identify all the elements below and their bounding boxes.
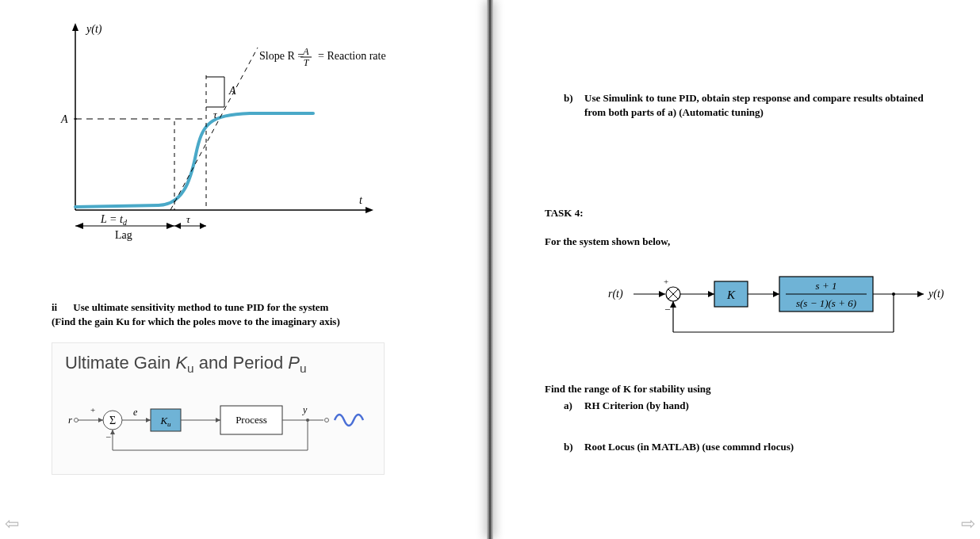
sub-b-label: b) [564, 440, 584, 454]
sub-a-text: RH Criterion (by hand) [584, 399, 940, 413]
method-ii-line1: Use ultimate sensitivity method to tune … [73, 301, 328, 313]
svg-marker-42 [708, 291, 714, 297]
process-box-label: Process [235, 414, 267, 426]
y-axis-label: y(t) [85, 23, 102, 36]
sigma-icon: Σ [109, 415, 116, 426]
svg-marker-21 [98, 418, 103, 422]
right-page: ⇨ b) Use Simulink to tune PID, obtain st… [493, 0, 980, 539]
slope-label-pre: Slope R = [259, 50, 304, 62]
svg-marker-54 [670, 301, 676, 308]
svg-marker-24 [146, 418, 151, 422]
rt-label: r(t) [608, 288, 623, 300]
svg-marker-45 [773, 291, 779, 297]
prev-page-icon[interactable]: ⇦ [5, 514, 19, 534]
ultimate-gain-diagram: r + Σ – e Ku Process [65, 387, 373, 458]
svg-point-35 [306, 419, 309, 422]
svg-point-19 [75, 419, 78, 422]
slope-label-post: = Reaction rate [318, 50, 386, 62]
slope-frac-den: T [304, 57, 310, 68]
ultimate-gain-panel: Ultimate Gain Ku and Period Pu r + Σ – e [52, 342, 385, 475]
svg-marker-2 [72, 23, 78, 31]
tf-num-label: s + 1 [816, 280, 837, 292]
task4-header: TASK 4: [545, 206, 940, 220]
page-spread: ⇦ y(t) t A [0, 0, 980, 539]
find-range-text: Find the range of K for stability using [545, 382, 940, 396]
sub-a-label: a) [564, 399, 584, 413]
system-intro: For the system shown below, [545, 235, 940, 249]
method-ii-text: ii Use ultimate sensitivity method to tu… [52, 300, 447, 328]
svg-marker-49 [917, 291, 924, 297]
svg-marker-15 [167, 223, 174, 229]
slope-frac-num: A [302, 46, 309, 57]
minus-label: – [105, 431, 111, 441]
svg-marker-17 [174, 223, 181, 229]
svg-marker-18 [200, 223, 206, 229]
svg-point-30 [325, 419, 329, 422]
plus-label: + [90, 405, 95, 415]
K-box-label: K [726, 289, 736, 301]
right-page-body: b) Use Simulink to tune PID, obtain step… [545, 20, 940, 453]
page-divider [487, 0, 493, 539]
ultimate-gain-title: Ultimate Gain Ku and Period Pu [65, 353, 371, 376]
svg-marker-34 [110, 430, 115, 434]
svg-line-8 [170, 48, 258, 210]
reaction-curve-path [75, 113, 313, 207]
left-page: ⇦ y(t) t A [0, 0, 487, 539]
lag-caption: Lag [115, 229, 132, 241]
tangent-A-label: A [228, 85, 236, 97]
svg-marker-27 [216, 418, 220, 422]
lag-L-label: L = td [100, 213, 128, 227]
method-ii-line2: (Find the gain Ku for which the poles mo… [52, 315, 340, 327]
x-axis-label: t [359, 194, 363, 206]
minus-label-2: – [664, 303, 671, 314]
tf-den-label: s(s − 1)(s + 6) [796, 297, 856, 309]
method-ii-prefix: ii [52, 300, 71, 315]
reaction-curve-svg: y(t) t A A τ Slo [52, 20, 400, 250]
svg-marker-14 [75, 223, 83, 229]
y-label: y [302, 404, 308, 415]
sub-b-text: Root Locus (in MATLAB) (use commnd rlocu… [584, 440, 940, 454]
task4-block-diagram: r(t) + – K [545, 267, 940, 350]
amplitude-A-label: A [60, 113, 68, 125]
svg-marker-3 [366, 207, 373, 213]
part-b-text: Use Simulink to tune PID, obtain step re… [584, 91, 940, 119]
reaction-curve-figure: y(t) t A A τ Slo [52, 20, 447, 253]
e-label: e [133, 407, 138, 418]
r-label: r [68, 414, 73, 426]
part-b-label: b) [564, 91, 584, 105]
svg-marker-37 [659, 291, 665, 297]
span-tau-label: τ [186, 213, 191, 225]
oscillation-icon [335, 415, 363, 426]
next-page-icon[interactable]: ⇨ [961, 514, 975, 534]
yt-label: y(t) [927, 288, 944, 300]
plus-label-2: + [664, 277, 668, 286]
